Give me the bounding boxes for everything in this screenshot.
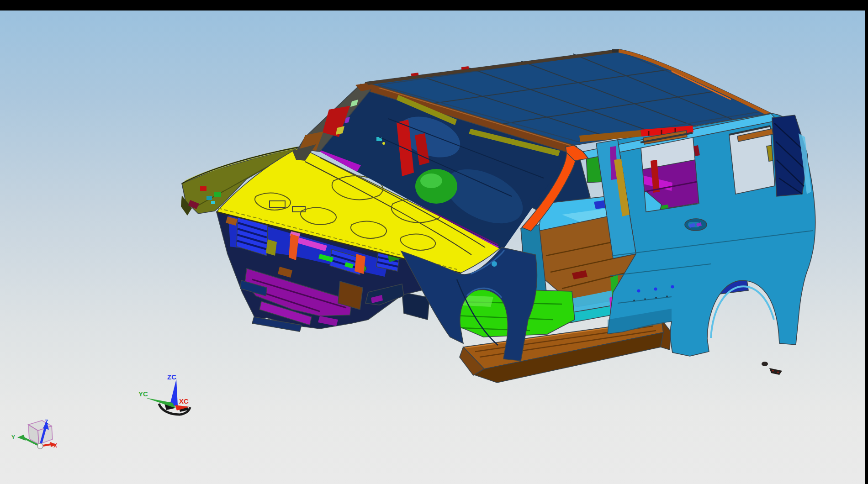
wcs-z-axis-arrow[interactable] [169,379,178,406]
fender-red-bit [200,186,206,191]
small-part-1[interactable] [762,362,768,366]
fender-teal-bit [206,196,212,200]
view-triad[interactable]: Z Y X [11,419,57,449]
model-canvas[interactable]: ZC YC XC Z Y X [0,0,868,484]
roof-antenna-base [612,49,619,53]
small-part-2[interactable] [769,368,782,375]
loose-parts[interactable] [762,362,782,375]
view-y-label: Y [11,434,15,441]
view-y-arrowhead [17,435,26,441]
seat-left-highlight [420,174,442,188]
wcs-triad[interactable]: ZC YC XC [138,373,190,415]
view-x-label: X [53,442,57,449]
cowl-yellow-dot [382,142,385,145]
olive-bracket [266,239,277,256]
fender-grommet [492,261,497,267]
fender-green-bit [214,192,221,197]
view-origin-sphere[interactable] [37,443,43,449]
body-side[interactable] [579,113,815,356]
wcs-z-label: ZC [167,373,176,381]
rivet-1 [637,289,640,293]
fender-cyan-bit [211,201,215,204]
wcs-y-label: YC [138,390,148,398]
view-z-label: Z [45,419,48,425]
orange-brace-2[interactable] [355,254,365,274]
rivet-2 [654,288,657,291]
rivet-3 [671,285,674,289]
wcs-x-label: XC [179,397,189,405]
sphere-highlight [38,444,40,446]
suv-body-model[interactable] [181,49,815,383]
